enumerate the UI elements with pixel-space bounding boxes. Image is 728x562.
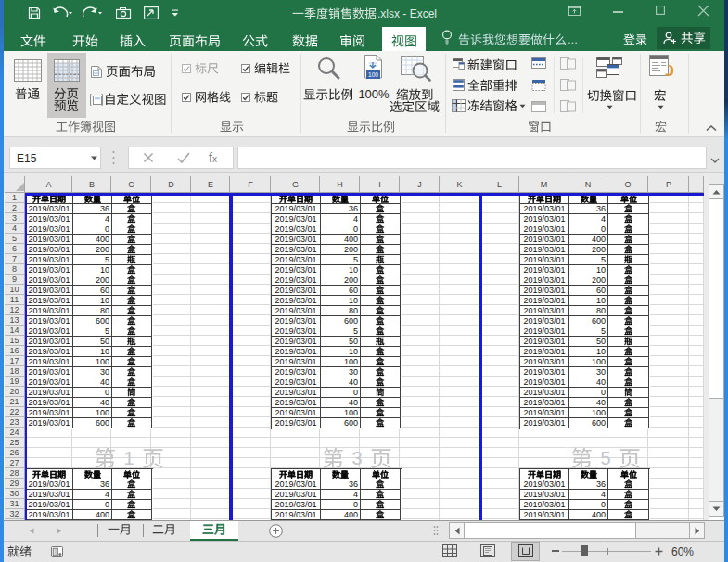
svg-text:100: 100 (368, 71, 378, 78)
